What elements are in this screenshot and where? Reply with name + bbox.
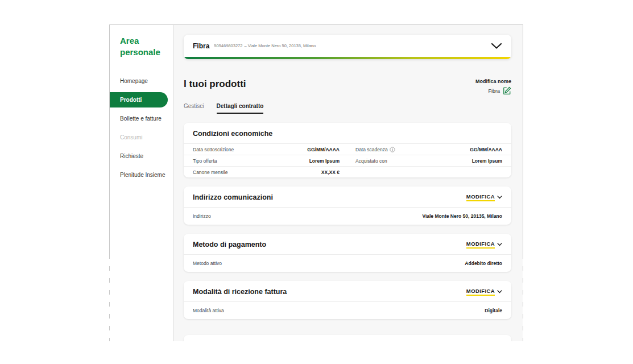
card-head: Metodo di pagamento MODIFICA xyxy=(184,234,511,254)
product-gradient-bar xyxy=(184,57,511,59)
field-value: Lorem Ipsum xyxy=(472,158,502,164)
product-code: 505469803272 xyxy=(214,43,242,48)
tab-bar: Gestisci Dettagli contratto xyxy=(184,103,511,114)
field-value: XX,XX € xyxy=(321,169,340,175)
sidebar-item-plenitude-insieme[interactable]: Plenitude Insieme xyxy=(110,167,173,183)
field-value: GG/MM/AAAA xyxy=(307,147,340,152)
field-label: Indirizzo xyxy=(193,213,211,219)
card-head: Modalità di ricezione fattura MODIFICA xyxy=(184,281,511,301)
sidebar-item-richieste[interactable]: Richieste xyxy=(110,148,173,164)
modifica-address-button[interactable]: MODIFICA xyxy=(466,193,502,201)
sidebar-title-line1: Area xyxy=(120,36,139,46)
sidebar-item-consumi[interactable]: Consumi xyxy=(110,130,173,145)
modifica-payment-button[interactable]: MODIFICA xyxy=(466,241,502,249)
field-acquistato-con: Acquistato con Lorem Ipsum xyxy=(355,158,502,164)
main-content: Fibra 505469803272 – Viale Monte Nero 50… xyxy=(173,25,523,341)
container-right-edge xyxy=(523,24,523,341)
card-modalita-ricezione-fattura: Modalità di ricezione fattura MODIFICA M… xyxy=(184,281,511,319)
field-canone-mensile: Canone mensile XX,XX € xyxy=(193,169,340,175)
modifica-label: MODIFICA xyxy=(466,241,495,249)
field-value: Viale Monte Nero 50, 20135, Milano xyxy=(422,213,502,219)
table-row: Metodo attivo Addebito diretto xyxy=(184,254,511,272)
sidebar-title: Area personale xyxy=(110,31,173,58)
info-circle-icon[interactable] xyxy=(390,147,395,152)
chevron-down-icon xyxy=(497,290,502,293)
rename-product-value: Fibra xyxy=(488,88,500,94)
tab-gestisci[interactable]: Gestisci xyxy=(184,103,204,114)
card-indirizzo-comunicazioni: Indirizzo comunicazioni MODIFICA Indiriz… xyxy=(184,187,511,225)
card-partial-next xyxy=(184,335,511,341)
field-label: Acquistato con xyxy=(355,158,387,164)
field-label: Data sottoscrizione xyxy=(193,147,234,152)
modifica-label: MODIFICA xyxy=(466,288,495,296)
field-data-scadenza: Data scadenza GG/MM/AAAA xyxy=(355,147,502,152)
table-row: Tipo offerta Lorem Ipsum Acquistato con … xyxy=(184,155,511,166)
card-condizioni-economiche: Condizioni economiche Data sottoscrizion… xyxy=(184,123,511,177)
field-label-text: Data scadenza xyxy=(355,147,388,152)
table-row: Data sottoscrizione GG/MM/AAAA Data scad… xyxy=(184,143,511,155)
product-address: – Viale Monte Nero 50, 20135, Milano xyxy=(244,43,316,48)
field-value: Lorem Ipsum xyxy=(309,158,340,164)
table-row: Indirizzo Viale Monte Nero 50, 20135, Mi… xyxy=(184,207,511,225)
sidebar-title-line2: personale xyxy=(120,47,160,57)
modifica-invoice-button[interactable]: MODIFICA xyxy=(466,288,502,296)
field-label: Canone mensile xyxy=(193,169,227,175)
field-value: GG/MM/AAAA xyxy=(470,147,502,152)
product-name: Fibra xyxy=(193,42,209,50)
sidebar: Area personale Homepage Prodotti Bollett… xyxy=(110,25,173,341)
content-header: I tuoi prodotti Modifica nome Fibra xyxy=(184,78,511,95)
rename-button[interactable]: Fibra xyxy=(488,86,511,95)
rename-block: Modifica nome Fibra xyxy=(475,78,511,95)
container-left-edge xyxy=(109,24,110,341)
field-tipo-offerta: Tipo offerta Lorem Ipsum xyxy=(193,158,340,164)
sidebar-item-bollette-e-fatture[interactable]: Bollette e fatture xyxy=(110,111,173,126)
sidebar-item-homepage[interactable]: Homepage xyxy=(110,73,173,89)
card-title: Condizioni economiche xyxy=(193,130,272,138)
field-label: Modalità attiva xyxy=(193,308,224,313)
field-label: Tipo offerta xyxy=(193,158,217,164)
card-title: Indirizzo comunicazioni xyxy=(193,193,273,201)
modifica-label: MODIFICA xyxy=(466,193,495,201)
page: Area personale Homepage Prodotti Bollett… xyxy=(0,0,633,364)
chevron-down-icon[interactable] xyxy=(491,43,502,49)
table-row: Canone mensile XX,XX € xyxy=(184,166,511,177)
field-label: Metodo attivo xyxy=(193,260,222,266)
sidebar-item-prodotti[interactable]: Prodotti xyxy=(110,92,168,107)
pencil-edit-icon[interactable] xyxy=(503,86,511,95)
app-window: Area personale Homepage Prodotti Bollett… xyxy=(110,24,523,341)
field-value: Addebito diretto xyxy=(465,260,502,266)
card-head: Condizioni economiche xyxy=(184,123,511,143)
card-metodo-di-pagamento: Metodo di pagamento MODIFICA Metodo atti… xyxy=(184,234,511,272)
table-row: Modalità attiva Digitale xyxy=(184,301,511,319)
product-selector[interactable]: Fibra 505469803272 – Viale Monte Nero 50… xyxy=(184,35,511,59)
card-head: Indirizzo comunicazioni MODIFICA xyxy=(184,187,511,207)
chevron-down-icon xyxy=(497,196,502,199)
rename-label: Modifica nome xyxy=(475,78,511,84)
field-label: Data scadenza xyxy=(355,147,395,152)
page-title: I tuoi prodotti xyxy=(184,78,246,90)
chevron-down-icon xyxy=(497,243,502,246)
field-data-sottoscrizione: Data sottoscrizione GG/MM/AAAA xyxy=(193,147,340,152)
product-selector-row: Fibra 505469803272 – Viale Monte Nero 50… xyxy=(184,35,511,57)
tab-dettagli-contratto[interactable]: Dettagli contratto xyxy=(217,103,264,114)
sidebar-nav: Homepage Prodotti Bollette e fatture Con… xyxy=(110,72,173,184)
card-title: Metodo di pagamento xyxy=(193,241,266,249)
field-value: Digitale xyxy=(485,308,502,313)
card-title: Modalità di ricezione fattura xyxy=(193,288,287,296)
